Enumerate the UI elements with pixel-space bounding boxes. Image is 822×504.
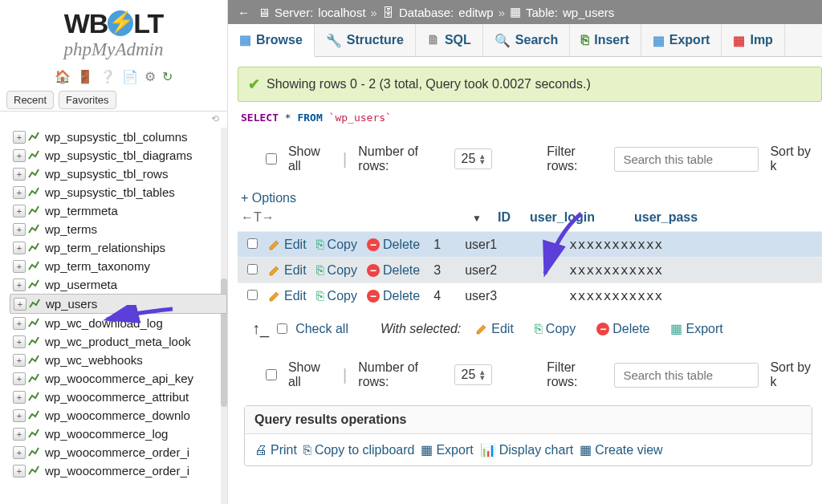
tree-item-wp_supsystic_tbl_tables[interactable]: + wp_supsystic_tbl_tables (10, 183, 227, 201)
success-message: ✔ Showing rows 0 - 2 (3 total, Query too… (238, 67, 822, 102)
expand-icon[interactable]: + (13, 409, 26, 422)
row-checkbox[interactable] (247, 290, 258, 300)
options-link[interactable]: + Options (238, 181, 822, 207)
tree-item-wp_termmeta[interactable]: + wp_termmeta (10, 201, 227, 220)
copy-button[interactable]: ⎘Copy (311, 238, 362, 252)
sort-indicator-icon[interactable]: ▼ (472, 213, 482, 224)
tab-browse[interactable]: ▦Browse (228, 24, 315, 57)
table-icon (27, 278, 42, 291)
expand-icon[interactable]: + (13, 372, 26, 385)
tree-item-wp_terms[interactable]: + wp_terms (10, 220, 227, 238)
expand-icon[interactable]: + (13, 335, 26, 348)
check-all-label[interactable]: Check all (295, 322, 348, 336)
tree-item-wp_term_relationships[interactable]: + wp_term_relationships (10, 238, 227, 257)
op-copy-clipboard[interactable]: ⎘Copy to clipboard (303, 443, 415, 457)
tree-item-wp_supsystic_tbl_rows[interactable]: + wp_supsystic_tbl_rows (10, 165, 227, 183)
tab-export[interactable]: ▦Export (641, 24, 722, 56)
filter-input-2[interactable] (614, 363, 759, 388)
tree-item-wp_supsystic_tbl_diagrams[interactable]: + wp_supsystic_tbl_diagrams (10, 146, 227, 165)
row-checkbox[interactable] (247, 264, 258, 274)
show-all-checkbox[interactable] (266, 152, 277, 165)
col-user-login[interactable]: user_login (522, 210, 626, 225)
tree-item-wp_wc_webhooks[interactable]: + wp_wc_webhooks (10, 351, 227, 369)
copy-button[interactable]: ⎘Copy (311, 263, 362, 278)
home-icon[interactable]: 🏠 (55, 69, 71, 84)
op-export[interactable]: ▦Export (421, 442, 473, 457)
tree-item-wp_woocommerce_downlo[interactable]: + wp_woocommerce_downlo (10, 406, 227, 425)
tree-item-wp_woocommerce_log[interactable]: + wp_woocommerce_log (10, 425, 227, 443)
bulk-edit[interactable]: Edit (469, 322, 520, 336)
tree-item-wp_woocommerce_order_i[interactable]: + wp_woocommerce_order_i (10, 461, 227, 480)
tree-item-wp_supsystic_tbl_columns[interactable]: + wp_supsystic_tbl_columns (10, 128, 227, 146)
database-value[interactable]: editwp (458, 6, 493, 19)
bulk-copy[interactable]: ⎘Copy (528, 322, 582, 336)
tab-search[interactable]: 🔍Search (483, 24, 570, 56)
docs-icon[interactable]: 📄 (122, 69, 138, 84)
tree-item-wp_wc_download_log[interactable]: + wp_wc_download_log (10, 314, 227, 332)
collapse-icon[interactable]: ⟲ (0, 112, 227, 128)
expand-icon[interactable]: + (13, 242, 26, 254)
tree-item-wp_term_taxonomy[interactable]: + wp_term_taxonomy (10, 257, 227, 275)
reload-icon[interactable]: ↻ (162, 69, 173, 84)
op-create-view[interactable]: ▦Create view (580, 442, 662, 457)
edit-button[interactable]: Edit (263, 289, 311, 303)
op-chart[interactable]: 📊Display chart (480, 442, 573, 457)
expand-icon[interactable]: + (13, 446, 26, 459)
expand-icon[interactable]: + (13, 131, 26, 144)
delete-button[interactable]: −Delete (362, 263, 425, 278)
expand-icon[interactable]: + (13, 168, 26, 181)
delete-button[interactable]: −Delete (362, 238, 425, 252)
tree-item-wp_usermeta[interactable]: + wp_usermeta (10, 275, 227, 294)
back-icon[interactable]: ← (238, 6, 250, 19)
expand-icon[interactable]: + (13, 354, 26, 367)
expand-icon[interactable]: + (13, 391, 26, 404)
expand-icon[interactable]: + (13, 278, 26, 291)
col-user-pass[interactable]: user_pass (626, 210, 787, 225)
bulk-export[interactable]: ▦Export (664, 321, 729, 336)
table-icon (27, 205, 42, 217)
expand-icon[interactable]: + (13, 205, 26, 217)
tab-structure[interactable]: 🔧Structure (315, 24, 416, 56)
check-all-checkbox[interactable] (277, 323, 287, 334)
col-id[interactable]: ID (490, 210, 522, 225)
table-value[interactable]: wp_users (563, 6, 614, 19)
recent-tab[interactable]: Recent (6, 91, 54, 109)
copy-button[interactable]: ⎘Copy (311, 289, 362, 303)
delete-button[interactable]: −Delete (362, 289, 425, 303)
expand-icon[interactable]: + (14, 298, 26, 311)
edit-button[interactable]: Edit (263, 238, 311, 252)
expand-icon[interactable]: + (13, 186, 26, 199)
row-checkbox[interactable] (247, 238, 258, 249)
tab-sql[interactable]: 🗎SQL (416, 24, 483, 56)
server-value[interactable]: localhost (318, 6, 365, 19)
expand-icon[interactable]: + (13, 465, 26, 478)
with-selected-label: With selected: (380, 322, 461, 336)
tree-item-wp_woocommerce_api_key[interactable]: + wp_woocommerce_api_key (10, 369, 227, 388)
expand-icon[interactable]: + (13, 260, 26, 273)
expand-icon[interactable]: + (13, 223, 26, 236)
op-print[interactable]: 🖨Print (254, 443, 297, 457)
bulk-delete[interactable]: −Delete (590, 322, 656, 336)
num-rows-select-2[interactable]: 25▴▾ (454, 364, 493, 385)
expand-icon[interactable]: + (13, 428, 26, 441)
show-all-checkbox-2[interactable] (266, 368, 277, 381)
settings-icon[interactable]: ⚙ (144, 69, 156, 84)
tree-item-wp_wc_product_meta_look[interactable]: + wp_wc_product_meta_look (10, 332, 227, 351)
pma-logo: phpMyAdmin (0, 39, 227, 60)
tab-insert[interactable]: ⎘Insert (570, 24, 641, 56)
num-rows-select[interactable]: 25▴▾ (454, 148, 493, 169)
table-row: Edit ⎘Copy −Delete 3 user2 xxxxxxxxxxx (238, 257, 822, 282)
tab-import[interactable]: ▦Imp (722, 24, 784, 56)
tree-item-wp_woocommerce_attribut[interactable]: + wp_woocommerce_attribut (10, 388, 227, 406)
column-move-arrows[interactable]: ←T→ (241, 210, 281, 225)
expand-icon[interactable]: + (13, 317, 26, 330)
logout-icon[interactable]: 🚪 (77, 69, 93, 84)
tree-item-wp_woocommerce_order_i[interactable]: + wp_woocommerce_order_i (10, 443, 227, 461)
filter-input[interactable] (614, 147, 759, 172)
help-icon[interactable]: ❔ (100, 69, 116, 84)
tree-item-wp_users[interactable]: + wp_users (10, 294, 227, 314)
table-name: wp_supsystic_tbl_diagrams (45, 148, 192, 162)
edit-button[interactable]: Edit (263, 263, 311, 278)
favorites-tab[interactable]: Favorites (59, 91, 116, 109)
expand-icon[interactable]: + (13, 149, 26, 162)
